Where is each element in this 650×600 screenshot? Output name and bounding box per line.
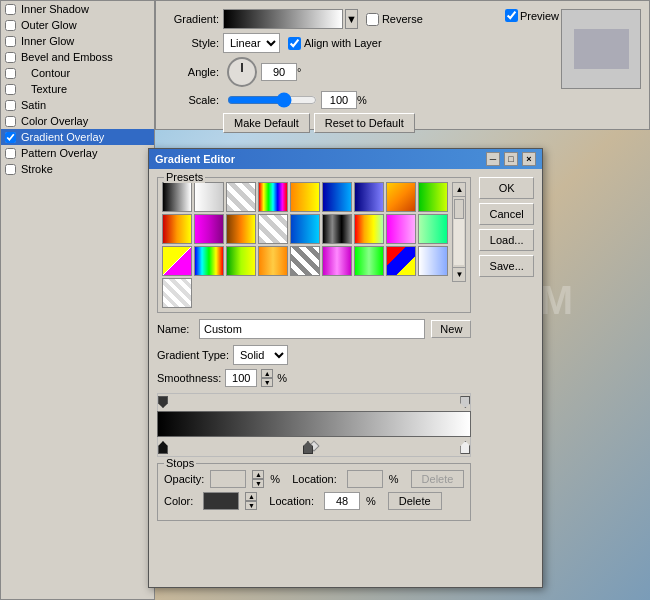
preset-8[interactable] bbox=[418, 182, 448, 212]
preset-15[interactable] bbox=[354, 214, 384, 244]
smoothness-down-button[interactable]: ▼ bbox=[261, 378, 273, 387]
preset-21[interactable] bbox=[258, 246, 288, 276]
preset-12[interactable] bbox=[258, 214, 288, 244]
presets-scrollbar: ▲ ▼ bbox=[452, 182, 466, 282]
preset-5[interactable] bbox=[322, 182, 352, 212]
preset-20[interactable] bbox=[226, 246, 256, 276]
preset-1[interactable] bbox=[194, 182, 224, 212]
color-stop-black[interactable] bbox=[158, 441, 168, 454]
new-button[interactable]: New bbox=[431, 320, 471, 338]
preset-25[interactable] bbox=[386, 246, 416, 276]
scale-slider[interactable] bbox=[227, 92, 317, 108]
color-swatch[interactable] bbox=[203, 492, 239, 510]
preset-16[interactable] bbox=[386, 214, 416, 244]
name-input[interactable] bbox=[199, 319, 425, 339]
stroke-checkbox[interactable] bbox=[5, 164, 16, 175]
pattern-overlay-checkbox[interactable] bbox=[5, 148, 16, 159]
inner-glow-checkbox[interactable] bbox=[5, 36, 16, 47]
opacity-up-btn[interactable]: ▲ bbox=[252, 470, 264, 479]
angle-knob[interactable] bbox=[227, 57, 257, 87]
panel-item-contour[interactable]: Contour bbox=[1, 65, 154, 81]
panel-item-stroke[interactable]: Stroke bbox=[1, 161, 154, 177]
texture-checkbox[interactable] bbox=[5, 84, 16, 95]
scrollbar-up-button[interactable]: ▲ bbox=[453, 183, 465, 197]
preset-13[interactable] bbox=[290, 214, 320, 244]
panel-item-pattern-overlay[interactable]: Pattern Overlay bbox=[1, 145, 154, 161]
gradient-editor-titlebar[interactable]: Gradient Editor ─ □ × bbox=[149, 149, 542, 169]
preset-6[interactable] bbox=[354, 182, 384, 212]
bevel-emboss-checkbox[interactable] bbox=[5, 52, 16, 63]
color-overlay-checkbox[interactable] bbox=[5, 116, 16, 127]
gradient-type-select[interactable]: Solid Noise bbox=[233, 345, 288, 365]
smoothness-row: Smoothness: ▲ ▼ % bbox=[157, 369, 471, 387]
style-select[interactable]: Linear bbox=[223, 33, 280, 53]
load-button[interactable]: Load... bbox=[479, 229, 534, 251]
preset-26[interactable] bbox=[418, 246, 448, 276]
smoothness-up-button[interactable]: ▲ bbox=[261, 369, 273, 378]
make-default-button[interactable]: Make Default bbox=[223, 113, 310, 133]
minimize-button[interactable]: ─ bbox=[486, 152, 500, 166]
panel-item-satin[interactable]: Satin bbox=[1, 97, 154, 113]
name-row: Name: New bbox=[157, 319, 471, 339]
save-button[interactable]: Save... bbox=[479, 255, 534, 277]
preset-19[interactable] bbox=[194, 246, 224, 276]
gradient-editor-window: Gradient Editor ─ □ × Presets bbox=[148, 148, 543, 588]
color-delete-button[interactable]: Delete bbox=[388, 492, 442, 510]
scrollbar-thumb[interactable] bbox=[454, 199, 464, 219]
opacity-down-btn[interactable]: ▼ bbox=[252, 479, 264, 488]
scrollbar-down-button[interactable]: ▼ bbox=[453, 267, 465, 281]
preset-23[interactable] bbox=[322, 246, 352, 276]
close-button[interactable]: × bbox=[522, 152, 536, 166]
gradient-overlay-checkbox[interactable] bbox=[5, 132, 16, 143]
preset-18[interactable] bbox=[162, 246, 192, 276]
preset-4[interactable] bbox=[290, 182, 320, 212]
ok-button[interactable]: OK bbox=[479, 177, 534, 199]
panel-item-bevel-emboss[interactable]: Bevel and Emboss bbox=[1, 49, 154, 65]
opacity-stop-left[interactable] bbox=[158, 396, 168, 408]
color-up-btn[interactable]: ▲ bbox=[245, 492, 257, 501]
opacity-value-input[interactable] bbox=[210, 470, 246, 488]
cancel-button[interactable]: Cancel bbox=[479, 203, 534, 225]
preset-0[interactable] bbox=[162, 182, 192, 212]
panel-item-inner-shadow[interactable]: Inner Shadow bbox=[1, 1, 154, 17]
preset-27[interactable] bbox=[162, 278, 192, 308]
preset-24[interactable] bbox=[354, 246, 384, 276]
scale-input[interactable] bbox=[321, 91, 357, 109]
align-layer-checkbox[interactable] bbox=[288, 37, 301, 50]
gradient-main-bar[interactable] bbox=[157, 411, 471, 437]
color-stop-white[interactable] bbox=[460, 441, 470, 454]
panel-item-texture[interactable]: Texture bbox=[1, 81, 154, 97]
preview-checkbox[interactable] bbox=[505, 9, 518, 22]
panel-item-outer-glow[interactable]: Outer Glow bbox=[1, 17, 154, 33]
preset-7[interactable] bbox=[386, 182, 416, 212]
preset-10[interactable] bbox=[194, 214, 224, 244]
color-stop-active[interactable] bbox=[303, 441, 313, 454]
preset-9[interactable] bbox=[162, 214, 192, 244]
panel-item-color-overlay[interactable]: Color Overlay bbox=[1, 113, 154, 129]
preset-3[interactable] bbox=[258, 182, 288, 212]
smoothness-input[interactable] bbox=[225, 369, 257, 387]
maximize-button[interactable]: □ bbox=[504, 152, 518, 166]
preset-2[interactable] bbox=[226, 182, 256, 212]
angle-input[interactable] bbox=[261, 63, 297, 81]
preset-22[interactable] bbox=[290, 246, 320, 276]
reset-default-button[interactable]: Reset to Default bbox=[314, 113, 415, 133]
panel-item-inner-glow[interactable]: Inner Glow bbox=[1, 33, 154, 49]
reverse-checkbox[interactable] bbox=[366, 13, 379, 26]
color-down-btn[interactable]: ▼ bbox=[245, 501, 257, 510]
opacity-stop-right[interactable] bbox=[460, 396, 470, 408]
gradient-dropdown-btn[interactable]: ▼ bbox=[345, 9, 358, 29]
outer-glow-checkbox[interactable] bbox=[5, 20, 16, 31]
panel-item-gradient-overlay[interactable]: Gradient Overlay bbox=[1, 129, 154, 145]
inner-shadow-checkbox[interactable] bbox=[5, 4, 16, 15]
color-location-input[interactable] bbox=[324, 492, 360, 510]
smoothness-stepper: ▲ ▼ bbox=[261, 369, 273, 387]
opacity-location-input[interactable] bbox=[347, 470, 383, 488]
preset-17[interactable] bbox=[418, 214, 448, 244]
gradient-preview-bar[interactable] bbox=[223, 9, 343, 29]
contour-checkbox[interactable] bbox=[5, 68, 16, 79]
preset-11[interactable] bbox=[226, 214, 256, 244]
satin-checkbox[interactable] bbox=[5, 100, 16, 111]
opacity-delete-button[interactable]: Delete bbox=[411, 470, 465, 488]
preset-14[interactable] bbox=[322, 214, 352, 244]
